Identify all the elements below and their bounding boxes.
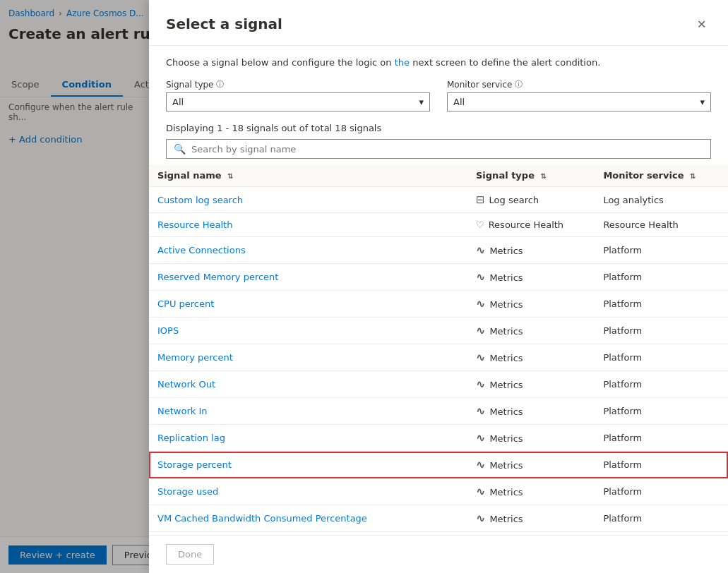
modal-footer: Done — [149, 535, 728, 573]
table-row[interactable]: Network Out∿MetricsPlatform — [149, 371, 728, 398]
done-button[interactable]: Done — [166, 544, 214, 565]
monitor-service-cell: Platform — [595, 318, 728, 344]
monitor-service-cell: Platform — [595, 478, 728, 505]
table-row[interactable]: VM Cached Bandwidth Consumed Percentage∿… — [149, 505, 728, 532]
signal-name-cell: Network In — [149, 398, 467, 425]
signal-name-link[interactable]: Replication lag — [157, 433, 225, 443]
metrics-icon: ∿ — [476, 243, 485, 257]
log-search-icon: ⊟ — [476, 193, 485, 206]
table-row[interactable]: CPU percent∿MetricsPlatform — [149, 291, 728, 318]
monitor-service-cell: Platform — [595, 425, 728, 452]
col-monitor-service[interactable]: Monitor service ⇅ — [595, 164, 728, 187]
monitor-service-cell: Platform — [595, 452, 728, 478]
signal-type-chevron-icon: ▾ — [419, 97, 424, 107]
metrics-icon: ∿ — [476, 378, 485, 391]
signal-type-value: All — [172, 97, 184, 107]
signal-name-cell: Resource Health — [149, 213, 467, 237]
monitor-service-cell: Platform — [595, 398, 728, 425]
signal-name-link[interactable]: IOPS — [157, 325, 179, 336]
col-signal-name[interactable]: Signal name ⇅ — [149, 164, 467, 187]
signal-type-cell: ∿Metrics — [467, 318, 595, 344]
signal-name-link[interactable]: VM Cached Bandwidth Consumed Percentage — [157, 513, 367, 524]
modal-close-button[interactable]: ✕ — [691, 14, 711, 34]
table-row[interactable]: IOPS∿MetricsPlatform — [149, 318, 728, 344]
monitor-service-cell: Log analytics — [595, 187, 728, 213]
signal-name-link[interactable]: CPU percent — [157, 298, 214, 309]
signal-count: Displaying 1 - 18 signals out of total 1… — [149, 120, 728, 139]
signal-type-cell: ∿Metrics — [467, 425, 595, 452]
signal-name-cell: Memory percent — [149, 344, 467, 371]
signal-name-cell: Storage used — [149, 478, 467, 505]
table-row[interactable]: Storage percent∿MetricsPlatform — [149, 452, 728, 478]
signal-name-cell: Custom log search — [149, 187, 467, 213]
signal-name-link[interactable]: Network In — [157, 406, 207, 416]
signal-name-link[interactable]: Custom log search — [157, 195, 243, 205]
monitor-service-cell: Platform — [595, 264, 728, 291]
signal-name-link[interactable]: Storage used — [157, 486, 218, 497]
search-box: 🔍 — [166, 139, 711, 159]
signal-name-cell: Reserved Memory percent — [149, 264, 467, 291]
metrics-icon: ∿ — [476, 351, 485, 364]
signal-name-link[interactable]: Active Connections — [157, 245, 246, 255]
signal-table-wrapper: Signal name ⇅ Signal type ⇅ Monitor serv… — [149, 164, 728, 535]
resource-health-icon: ♡ — [476, 219, 484, 230]
signal-name-cell: Active Connections — [149, 237, 467, 264]
table-row[interactable]: Memory percent∿MetricsPlatform — [149, 344, 728, 371]
signal-name-link[interactable]: Network Out — [157, 379, 215, 390]
monitor-service-select[interactable]: All ▾ — [447, 92, 711, 111]
signal-type-cell: ∿Metrics — [467, 264, 595, 291]
monitor-service-chevron-icon: ▾ — [700, 97, 705, 107]
signal-name-link[interactable]: Resource Health — [157, 219, 232, 230]
modal-body: Choose a signal below and configure the … — [149, 46, 728, 535]
signal-type-cell: ♡Resource Health — [467, 213, 595, 237]
signal-type-cell: ∿Metrics — [467, 398, 595, 425]
metrics-icon: ∿ — [476, 324, 485, 337]
signal-type-cell: ∿Metrics — [467, 291, 595, 318]
signal-type-filter: Signal type ⓘ All ▾ — [166, 79, 430, 111]
select-signal-modal: Select a signal ✕ Choose a signal below … — [149, 0, 728, 573]
signal-name-cell: Network Out — [149, 371, 467, 398]
table-body: Custom log search⊟Log searchLog analytic… — [149, 187, 728, 536]
table-row[interactable]: Active Connections∿MetricsPlatform — [149, 237, 728, 264]
signal-name-cell: Replication lag — [149, 425, 467, 452]
signal-name-cell: Storage percent — [149, 452, 467, 478]
signal-type-cell: ∿Metrics — [467, 452, 595, 478]
monitor-service-filter: Monitor service ⓘ All ▾ — [447, 79, 711, 111]
metrics-icon: ∿ — [476, 458, 485, 471]
signal-type-cell: ∿Metrics — [467, 344, 595, 371]
col-signal-type[interactable]: Signal type ⇅ — [467, 164, 595, 187]
table-row[interactable]: Reserved Memory percent∿MetricsPlatform — [149, 264, 728, 291]
monitor-service-cell: Platform — [595, 237, 728, 264]
signal-type-sort-icon: ⇅ — [540, 172, 546, 180]
metrics-icon: ∿ — [476, 485, 485, 498]
table-row[interactable]: Network In∿MetricsPlatform — [149, 398, 728, 425]
signal-type-label: Signal type ⓘ — [166, 79, 430, 90]
monitor-service-value: All — [453, 97, 465, 107]
signal-name-link[interactable]: Storage percent — [157, 459, 232, 470]
signal-type-cell: ∿Metrics — [467, 505, 595, 532]
signal-type-cell: ∿Metrics — [467, 371, 595, 398]
signal-type-cell: ⊟Log search — [467, 187, 595, 213]
signal-type-select[interactable]: All ▾ — [166, 92, 430, 111]
table-row[interactable]: Custom log search⊟Log searchLog analytic… — [149, 187, 728, 213]
monitor-service-info-icon: ⓘ — [515, 79, 523, 90]
monitor-service-sort-icon: ⇅ — [690, 172, 696, 180]
monitor-service-cell: Platform — [595, 291, 728, 318]
signal-name-link[interactable]: Memory percent — [157, 352, 233, 363]
monitor-service-cell: Resource Health — [595, 213, 728, 237]
monitor-service-cell: Platform — [595, 371, 728, 398]
modal-header: Select a signal ✕ — [149, 0, 728, 46]
metrics-icon: ∿ — [476, 404, 485, 418]
metrics-icon: ∿ — [476, 270, 485, 284]
signal-name-link[interactable]: Reserved Memory percent — [157, 272, 278, 282]
metrics-icon: ∿ — [476, 431, 485, 445]
filters-row: Signal type ⓘ All ▾ Monitor service ⓘ Al… — [149, 73, 728, 120]
table-row[interactable]: Storage used∿MetricsPlatform — [149, 478, 728, 505]
signal-type-cell: ∿Metrics — [467, 237, 595, 264]
signal-type-cell: ∿Metrics — [467, 478, 595, 505]
table-row[interactable]: Replication lag∿MetricsPlatform — [149, 425, 728, 452]
table-header: Signal name ⇅ Signal type ⇅ Monitor serv… — [149, 164, 728, 187]
table-row[interactable]: Resource Health♡Resource HealthResource … — [149, 213, 728, 237]
signal-name-cell: CPU percent — [149, 291, 467, 318]
search-input[interactable] — [191, 144, 703, 155]
